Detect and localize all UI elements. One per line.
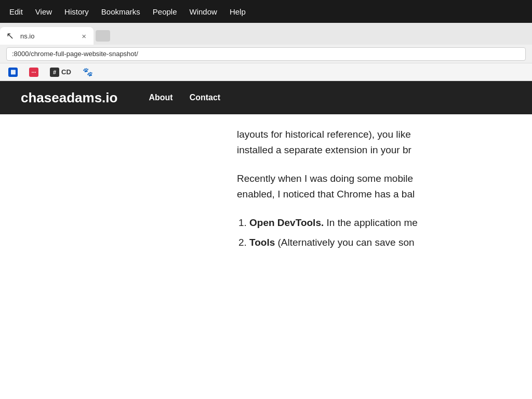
bookmarks-bar: ▦ ··· # CD 🐾: [0, 63, 532, 81]
list-item-1-bold: Open DevTools.: [249, 217, 324, 228]
bookmark-dots[interactable]: ···: [25, 66, 43, 78]
tab-title: ns.io: [20, 32, 76, 40]
menu-history[interactable]: History: [59, 4, 94, 19]
new-tab-button[interactable]: [96, 30, 110, 42]
site-logo: chaseadams.io: [21, 90, 117, 106]
nav-link-about[interactable]: About: [149, 93, 172, 102]
menu-bar: Edit View History Bookmarks People Windo…: [0, 0, 532, 23]
list-item-1: Open DevTools. In the application me: [249, 215, 532, 231]
address-bar: [0, 45, 532, 63]
bookmark-hash-cd[interactable]: # CD: [46, 66, 75, 78]
bookmark-cd-label: CD: [61, 68, 71, 76]
tab-close-button[interactable]: ×: [81, 31, 87, 41]
bookmark-paw[interactable]: 🐾: [78, 65, 97, 78]
list-item-2-text: (Alternatively you can save son: [275, 237, 414, 248]
article-list: Open DevTools. In the application me Too…: [249, 215, 532, 251]
article-area: layouts for historical reference), you l…: [0, 114, 532, 399]
site-nav-links: About Contact: [149, 93, 220, 102]
list-item-1-text: In the application me: [324, 217, 418, 228]
tab-bar: ↖ ns.io ×: [0, 23, 532, 45]
article-text: layouts for historical reference), you l…: [237, 127, 532, 250]
list-item-2: Tools (Alternatively you can save son: [249, 235, 532, 250]
list-item-2-bold: Tools: [249, 237, 275, 248]
menu-bookmarks[interactable]: Bookmarks: [96, 4, 145, 19]
bookmark-trello[interactable]: ▦: [4, 66, 22, 78]
article-paragraph-1: layouts for historical reference), you l…: [237, 127, 532, 158]
trello-icon: ▦: [8, 68, 18, 77]
menu-people[interactable]: People: [148, 4, 182, 19]
hash-icon: #: [50, 68, 59, 77]
site-nav: chaseadams.io About Contact: [0, 81, 532, 114]
dots-icon: ···: [29, 68, 38, 77]
menu-help[interactable]: Help: [224, 4, 251, 19]
menu-window[interactable]: Window: [184, 4, 222, 19]
browser-tab[interactable]: ↖ ns.io ×: [0, 27, 94, 45]
menu-edit[interactable]: Edit: [4, 4, 28, 19]
article-paragraph-2: Recently when I was doing some mobile en…: [237, 171, 532, 203]
paw-icon: 🐾: [83, 67, 93, 77]
nav-link-contact[interactable]: Contact: [190, 93, 221, 102]
cursor-icon: ↖: [6, 30, 14, 42]
address-input[interactable]: [6, 47, 526, 61]
menu-view[interactable]: View: [30, 4, 57, 19]
